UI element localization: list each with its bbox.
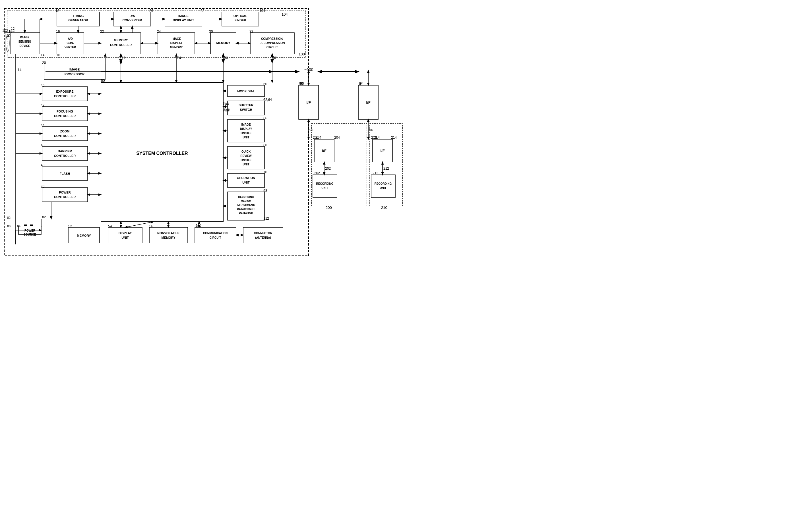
svg-text:104: 104 (281, 12, 288, 16)
svg-text:ATTACHMENT/: ATTACHMENT/ (237, 203, 255, 206)
svg-rect-67 (42, 127, 87, 141)
svg-text:52: 52 (68, 224, 72, 228)
svg-text:46: 46 (41, 143, 45, 147)
svg-text:204: 204 (334, 136, 340, 139)
svg-text:SHUTTER: SHUTTER (239, 103, 254, 107)
svg-text:44: 44 (41, 123, 45, 127)
svg-rect-118 (108, 227, 142, 243)
svg-text:REVIEW: REVIEW (240, 154, 252, 157)
svg-text:IMAGE: IMAGE (20, 36, 30, 39)
svg-text:200: 200 (326, 205, 332, 210)
svg-text:~100: ~100 (304, 67, 313, 72)
svg-text:56: 56 (149, 224, 153, 228)
svg-text:DETECTOR: DETECTOR (239, 212, 253, 214)
svg-text:UNIT: UNIT (243, 163, 249, 166)
svg-text:UNIT: UNIT (321, 186, 328, 189)
svg-text:66: 66 (263, 116, 268, 120)
svg-rect-78 (42, 187, 87, 202)
svg-text:NONVOLATILE: NONVOLATILE (157, 231, 179, 235)
svg-rect-59 (42, 87, 87, 101)
svg-text:I/F: I/F (366, 100, 370, 104)
svg-text:48: 48 (41, 163, 45, 167)
svg-text:100: 100 (298, 52, 305, 56)
svg-text:18: 18 (55, 9, 60, 13)
svg-text:UNIT: UNIT (243, 136, 249, 139)
svg-text:24: 24 (157, 30, 161, 34)
svg-text:30: 30 (209, 30, 213, 34)
svg-text:SOURCE: SOURCE (24, 233, 36, 236)
svg-text:82: 82 (7, 216, 11, 219)
svg-text:80: 80 (41, 184, 45, 188)
svg-text:RECORDING: RECORDING (238, 196, 254, 198)
svg-text:26: 26 (149, 9, 153, 13)
svg-text:POWER: POWER (25, 229, 35, 232)
svg-text:98: 98 (263, 189, 268, 193)
svg-text:68: 68 (263, 143, 268, 147)
svg-text:112: 112 (263, 217, 269, 220)
svg-text:RECORDING: RECORDING (374, 182, 392, 185)
svg-text:70: 70 (263, 170, 268, 174)
svg-text:102: 102 (2, 29, 8, 33)
svg-text:OPTICAL: OPTICAL (233, 14, 247, 18)
svg-rect-126 (195, 227, 236, 243)
svg-text:SENSING: SENSING (18, 40, 31, 43)
svg-text:216: 216 (371, 136, 377, 139)
svg-text:110: 110 (196, 224, 201, 228)
svg-text:16: 16 (56, 53, 60, 57)
svg-text:A/D: A/D (68, 37, 72, 40)
svg-text:20: 20 (42, 61, 46, 65)
svg-text:EXPOSURE: EXPOSURE (56, 90, 74, 93)
svg-rect-130 (243, 227, 283, 243)
svg-text:82: 82 (42, 215, 46, 219)
svg-text:16: 16 (56, 30, 60, 34)
svg-text:MEMORY: MEMORY (77, 234, 91, 237)
svg-text:D/A: D/A (130, 14, 135, 18)
svg-text:~104: ~104 (257, 9, 265, 13)
svg-text:I/F: I/F (380, 149, 385, 153)
svg-text:DISPLAY: DISPLAY (171, 41, 183, 45)
svg-text:CONNECTOR: CONNECTOR (254, 232, 273, 235)
svg-text:I/F: I/F (322, 149, 326, 153)
svg-text:214: 214 (391, 136, 397, 139)
svg-text:54: 54 (108, 224, 112, 228)
svg-text:(ANTENNA): (ANTENNA) (255, 236, 271, 239)
svg-text:COMPRESSION/: COMPRESSION/ (261, 37, 283, 40)
svg-text:62,64: 62,64 (263, 98, 272, 102)
svg-text:RECORDING: RECORDING (316, 182, 333, 185)
svg-text:QUICK: QUICK (241, 150, 251, 153)
svg-text:202: 202 (314, 171, 320, 175)
svg-text:FLASH: FLASH (60, 172, 70, 175)
svg-text:COMMUNICATION: COMMUNICATION (203, 232, 228, 235)
svg-rect-63 (42, 106, 87, 121)
svg-text:UNIT: UNIT (242, 181, 250, 184)
svg-text:DETACHMENT: DETACHMENT (237, 207, 255, 210)
svg-text:FINDER: FINDER (234, 18, 246, 22)
svg-text:CIRCUIT: CIRCUIT (266, 46, 278, 49)
svg-text:212: 212 (383, 167, 389, 170)
svg-text:96: 96 (369, 128, 373, 132)
svg-text:SW1: SW1 (223, 102, 229, 105)
svg-text:PROCESSOR: PROCESSOR (65, 72, 84, 76)
svg-text:TIMING: TIMING (73, 14, 84, 18)
svg-text:CONVERTER: CONVERTER (122, 18, 142, 22)
svg-text:I/F: I/F (306, 100, 311, 104)
svg-text:94: 94 (359, 82, 363, 85)
svg-text:210: 210 (381, 205, 387, 210)
svg-text:92: 92 (309, 128, 313, 132)
svg-text:40: 40 (41, 84, 45, 87)
svg-rect-71 (42, 146, 87, 161)
svg-text:CONTROLLER: CONTROLLER (54, 195, 76, 199)
svg-text:84: 84 (17, 225, 20, 228)
svg-text:CONTROLLER: CONTROLLER (54, 134, 76, 137)
svg-text:MEMORY: MEMORY (161, 236, 176, 239)
svg-text:12: 12 (11, 29, 15, 33)
svg-text:42: 42 (41, 103, 45, 107)
svg-rect-135 (30, 225, 33, 226)
svg-text:DEVICE: DEVICE (19, 44, 30, 48)
svg-text:DECOMPRESSION: DECOMPRESSION (260, 41, 285, 45)
svg-text:IMAGE: IMAGE (241, 123, 251, 126)
svg-text:CONTROLLER: CONTROLLER (54, 94, 76, 98)
svg-text:VERTER: VERTER (65, 46, 76, 49)
svg-text:GENERATOR: GENERATOR (68, 18, 88, 22)
svg-text:90: 90 (299, 82, 303, 85)
